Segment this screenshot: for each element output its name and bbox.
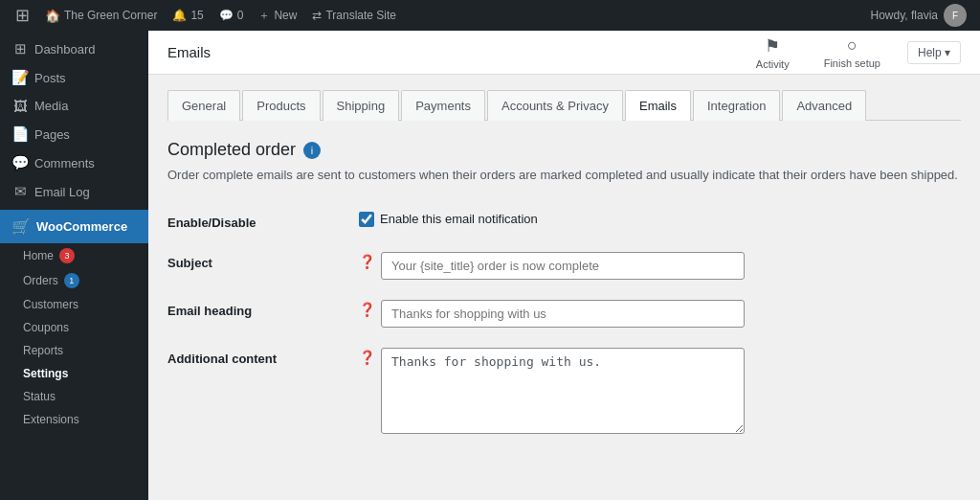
- table-row-enable-disable: Enable/Disable Enable this email notific…: [167, 202, 961, 242]
- home-badge: 3: [59, 248, 75, 263]
- sidebar: ⊞ Dashboard 📝 Posts 🖼 Media 📄 Pages 💬 Co…: [0, 31, 148, 500]
- section-description: Order complete emails are sent to custom…: [167, 166, 961, 185]
- settings-content: General Products Shipping Payments Accou…: [148, 75, 980, 500]
- orders-badge: 1: [64, 273, 79, 288]
- finish-setup-button[interactable]: ○ Finish setup: [816, 32, 888, 73]
- comments-count[interactable]: 💬 0: [212, 0, 252, 31]
- email-heading-field-row: ❓: [359, 300, 961, 328]
- email-heading-input[interactable]: [381, 300, 745, 328]
- additional-content-help-icon[interactable]: ❓: [359, 350, 375, 365]
- woo-icon: 🛒: [11, 217, 31, 236]
- sidebar-item-email-log[interactable]: ✉ Email Log: [0, 177, 148, 206]
- page-title: Emails: [167, 44, 211, 60]
- activity-icon: ⚑: [765, 35, 780, 57]
- settings-form: Enable/Disable Enable this email notific…: [167, 202, 961, 444]
- sidebar-item-posts[interactable]: 📝 Posts: [0, 63, 148, 92]
- subject-label: Subject: [167, 241, 359, 289]
- sidebar-item-settings[interactable]: Settings: [0, 362, 148, 385]
- media-icon: 🖼: [11, 98, 29, 114]
- sidebar-item-orders[interactable]: Orders 1: [0, 268, 148, 293]
- tab-shipping[interactable]: Shipping: [323, 90, 400, 121]
- additional-content-textarea[interactable]: [381, 348, 745, 434]
- user-avatar: F: [944, 4, 967, 27]
- email-heading-label: Email heading: [167, 289, 359, 337]
- new-content[interactable]: ＋ New: [251, 0, 304, 31]
- tab-products[interactable]: Products: [242, 90, 320, 121]
- email-log-icon: ✉: [11, 183, 29, 200]
- section-heading: Completed order i: [167, 140, 961, 160]
- sidebar-item-comments[interactable]: 💬 Comments: [0, 148, 148, 177]
- dashboard-icon: ⊞: [11, 40, 29, 57]
- table-row-email-heading: Email heading ❓: [167, 289, 961, 337]
- activity-button[interactable]: ⚑ Activity: [748, 32, 797, 74]
- tab-payments[interactable]: Payments: [401, 90, 485, 121]
- section-title: Completed order: [167, 140, 296, 160]
- posts-icon: 📝: [11, 69, 29, 86]
- tab-advanced[interactable]: Advanced: [782, 90, 866, 121]
- enable-disable-field: Enable this email notification: [359, 212, 961, 227]
- user-howdy[interactable]: Howdy, flavia F: [865, 4, 972, 27]
- sidebar-item-customers[interactable]: Customers: [0, 293, 148, 316]
- sidebar-item-status[interactable]: Status: [0, 385, 148, 408]
- sidebar-item-reports[interactable]: Reports: [0, 339, 148, 362]
- tab-accounts-privacy[interactable]: Accounts & Privacy: [487, 90, 623, 121]
- admin-bar: ⊞ 🏠 The Green Corner 🔔 15 💬 0 ＋ New ⇄ Tr…: [0, 0, 980, 31]
- table-row-additional-content: Additional content ❓: [167, 337, 961, 443]
- email-heading-help-icon[interactable]: ❓: [359, 302, 375, 317]
- table-row-subject: Subject ❓: [167, 241, 961, 289]
- subject-field-row: ❓: [359, 252, 961, 280]
- section-info-icon[interactable]: i: [303, 142, 321, 159]
- notifications-bell[interactable]: 🔔 15: [165, 0, 211, 31]
- tab-general[interactable]: General: [167, 90, 240, 121]
- sidebar-item-media[interactable]: 🖼 Media: [0, 92, 148, 120]
- woocommerce-section: 🛒 WooCommerce Home 3 Orders 1 Customers …: [0, 210, 148, 431]
- finish-setup-icon: ○: [847, 35, 858, 56]
- sidebar-item-pages[interactable]: 📄 Pages: [0, 120, 148, 148]
- help-button[interactable]: Help ▾: [907, 41, 961, 64]
- sidebar-item-coupons[interactable]: Coupons: [0, 316, 148, 339]
- content-top-bar: Emails ⚑ Activity ○ Finish setup Help ▾: [148, 31, 980, 75]
- woocommerce-menu-header[interactable]: 🛒 WooCommerce: [0, 210, 148, 243]
- subject-input[interactable]: [381, 252, 745, 280]
- enable-disable-label: Enable/Disable: [167, 202, 359, 242]
- tab-integration[interactable]: Integration: [693, 90, 780, 121]
- additional-content-field-row: ❓: [359, 348, 961, 434]
- wp-logo[interactable]: ⊞: [8, 0, 37, 31]
- translate-site[interactable]: ⇄ Translate Site: [304, 0, 404, 31]
- sidebar-item-dashboard[interactable]: ⊞ Dashboard: [0, 34, 148, 63]
- tab-emails[interactable]: Emails: [625, 90, 691, 121]
- subject-help-icon[interactable]: ❓: [359, 254, 375, 269]
- settings-tabs: General Products Shipping Payments Accou…: [167, 90, 961, 121]
- enable-checkbox[interactable]: [359, 212, 374, 227]
- enable-checkbox-label: Enable this email notification: [380, 212, 538, 226]
- pages-icon: 📄: [11, 125, 29, 143]
- additional-content-label: Additional content: [167, 337, 359, 443]
- sidebar-item-extensions[interactable]: Extensions: [0, 408, 148, 431]
- content-area: Emails ⚑ Activity ○ Finish setup Help ▾ …: [148, 31, 980, 500]
- site-name[interactable]: 🏠 The Green Corner: [37, 0, 165, 31]
- top-actions: ⚑ Activity ○ Finish setup Help ▾: [748, 32, 961, 74]
- comments-icon: 💬: [11, 154, 29, 171]
- sidebar-item-home[interactable]: Home 3: [0, 243, 148, 268]
